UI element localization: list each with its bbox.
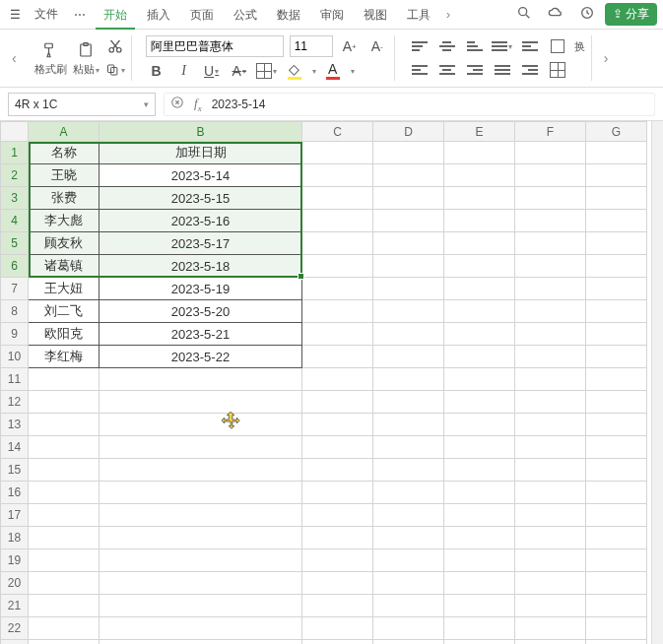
row-header[interactable]: 14 <box>1 436 29 459</box>
cell[interactable] <box>373 368 444 391</box>
align-top-icon[interactable] <box>409 36 431 56</box>
cell[interactable] <box>302 414 373 436</box>
row-header[interactable]: 7 <box>1 278 29 300</box>
cell[interactable] <box>302 527 373 549</box>
cell[interactable] <box>586 459 647 482</box>
row-header[interactable]: 13 <box>1 414 29 436</box>
cell[interactable] <box>444 255 515 278</box>
cut-icon[interactable] <box>105 36 125 56</box>
cell[interactable] <box>515 232 586 255</box>
cell[interactable] <box>99 504 302 527</box>
font-size-select[interactable] <box>290 35 333 57</box>
cell[interactable] <box>373 459 444 482</box>
cell[interactable] <box>373 187 444 210</box>
cell[interactable] <box>444 572 515 595</box>
cell[interactable] <box>302 572 373 595</box>
col-header-F[interactable]: F <box>515 122 586 142</box>
row-header[interactable]: 1 <box>1 142 29 164</box>
cell[interactable] <box>29 482 99 504</box>
col-header-C[interactable]: C <box>302 122 373 142</box>
cell[interactable] <box>515 527 586 549</box>
cell[interactable]: 2023-5-18 <box>99 255 302 278</box>
row-header[interactable]: 19 <box>1 549 29 572</box>
cell[interactable] <box>444 323 515 346</box>
cell[interactable] <box>29 549 99 572</box>
cell[interactable] <box>302 482 373 504</box>
row-header[interactable]: 6 <box>1 255 29 278</box>
cell[interactable] <box>302 504 373 527</box>
cell[interactable] <box>515 300 586 323</box>
cell[interactable] <box>444 210 515 232</box>
col-header-G[interactable]: G <box>586 122 647 142</box>
history-icon[interactable] <box>573 5 601 24</box>
cell[interactable] <box>373 527 444 549</box>
cell[interactable]: 王晓 <box>29 164 99 187</box>
orientation-icon[interactable]: ▾ <box>492 36 513 56</box>
align-left-icon[interactable] <box>409 60 431 80</box>
cell[interactable] <box>99 482 302 504</box>
cell[interactable] <box>444 617 515 640</box>
menu-tab-data[interactable]: 数据 <box>269 0 308 30</box>
align-center-icon[interactable] <box>436 60 458 80</box>
font-color-button[interactable]: A <box>322 62 344 80</box>
row-header[interactable]: 23 <box>1 640 29 645</box>
cell[interactable] <box>444 187 515 210</box>
row-header[interactable]: 12 <box>1 391 29 414</box>
cell[interactable] <box>586 572 647 595</box>
italic-button[interactable]: I <box>173 61 195 81</box>
cell[interactable] <box>515 572 586 595</box>
paste-label[interactable]: 粘贴▾ <box>73 62 99 77</box>
align-right-icon[interactable] <box>464 60 486 80</box>
cell[interactable] <box>444 142 515 164</box>
format-painter-icon[interactable] <box>40 40 60 60</box>
cell[interactable] <box>29 368 99 391</box>
cell[interactable]: 顾友秋 <box>29 232 99 255</box>
cell[interactable] <box>444 504 515 527</box>
cell[interactable] <box>373 278 444 300</box>
cell[interactable] <box>586 300 647 323</box>
align-middle-icon[interactable] <box>436 36 458 56</box>
cell[interactable] <box>586 549 647 572</box>
cell[interactable] <box>29 617 99 640</box>
wrap-text-button[interactable] <box>547 36 568 56</box>
cell[interactable] <box>373 436 444 459</box>
cell[interactable] <box>29 436 99 459</box>
merge-cells-button[interactable] <box>547 60 568 80</box>
formula-input-area[interactable]: fx 2023-5-14 <box>164 93 655 116</box>
cell[interactable] <box>99 572 302 595</box>
cell[interactable] <box>373 595 444 617</box>
cell[interactable]: 名称 <box>29 142 99 164</box>
cell[interactable] <box>99 459 302 482</box>
cell[interactable] <box>586 617 647 640</box>
cell[interactable] <box>302 391 373 414</box>
increase-font-icon[interactable]: A+ <box>339 36 361 56</box>
cell[interactable] <box>29 391 99 414</box>
cell[interactable] <box>373 414 444 436</box>
cell[interactable] <box>373 549 444 572</box>
cell[interactable] <box>586 323 647 346</box>
cell[interactable] <box>444 346 515 368</box>
menu-tab-formula[interactable]: 公式 <box>226 0 265 30</box>
cell[interactable] <box>99 640 302 645</box>
cell[interactable] <box>515 640 586 645</box>
indent-inc-icon[interactable] <box>519 60 541 80</box>
cell[interactable] <box>586 346 647 368</box>
cell[interactable]: 2023-5-17 <box>99 232 302 255</box>
cell[interactable]: 诸葛镇 <box>29 255 99 278</box>
cell[interactable] <box>515 255 586 278</box>
cell[interactable] <box>373 617 444 640</box>
cell[interactable] <box>515 414 586 436</box>
cell[interactable] <box>99 595 302 617</box>
cell[interactable] <box>444 391 515 414</box>
name-box-dropdown-icon[interactable]: ▾ <box>144 99 149 109</box>
cell[interactable] <box>373 142 444 164</box>
row-header[interactable]: 15 <box>1 459 29 482</box>
cell[interactable] <box>302 255 373 278</box>
cell[interactable]: 欧阳克 <box>29 323 99 346</box>
cell[interactable]: 2023-5-16 <box>99 210 302 232</box>
cell[interactable] <box>515 210 586 232</box>
cell[interactable] <box>515 278 586 300</box>
cell[interactable]: 李红梅 <box>29 346 99 368</box>
cell[interactable]: 2023-5-19 <box>99 278 302 300</box>
cell[interactable] <box>586 414 647 436</box>
